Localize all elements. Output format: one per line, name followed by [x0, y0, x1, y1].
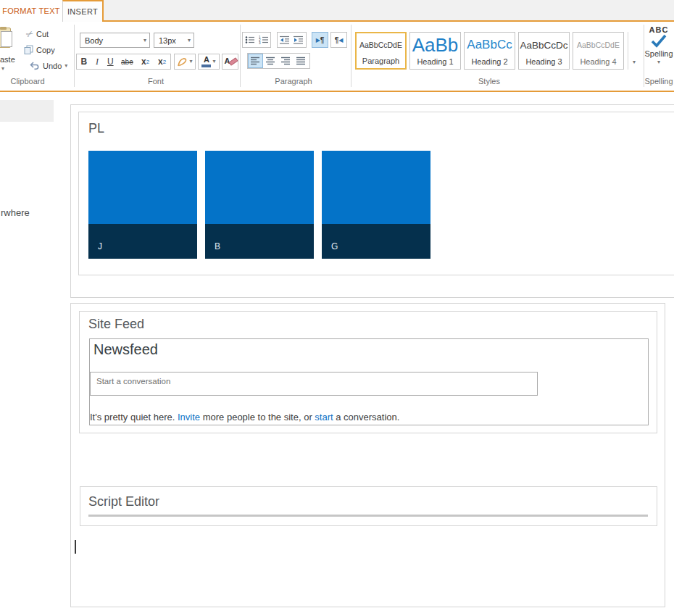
- style-preview: AaBb: [410, 33, 460, 57]
- spelling-button[interactable]: ABC Spelling ▾: [644, 25, 674, 65]
- paste-dropdown-arrow[interactable]: ▾: [1, 66, 4, 72]
- highlight-pen-icon: [177, 57, 188, 67]
- ribbon-bottom-border: [0, 91, 674, 92]
- font-family-combo[interactable]: Body ▾: [80, 33, 150, 48]
- numbered-list-button[interactable]: 1 2 3: [257, 33, 270, 47]
- highlight-dropdown-arrow: ▾: [189, 59, 192, 64]
- font-group-label: Font: [134, 77, 178, 86]
- spelling-group-label: Spelling: [641, 77, 674, 86]
- font-color-button[interactable]: A ▾: [198, 54, 220, 70]
- quiet-text: more people to the site, or: [200, 412, 315, 423]
- subscript-base: x: [141, 57, 146, 67]
- decrease-indent-button[interactable]: [278, 33, 292, 47]
- style-heading-2[interactable]: AaBbCc Heading 2: [464, 32, 515, 70]
- styles-group-label: Styles: [467, 77, 511, 86]
- style-label: Heading 4: [580, 57, 616, 69]
- decrease-indent-icon: [280, 36, 290, 44]
- justify-button[interactable]: [294, 54, 309, 68]
- left-nav-text-fragment[interactable]: rwhere: [1, 207, 30, 218]
- site-feed-title: Site Feed: [88, 317, 144, 332]
- align-right-button[interactable]: [278, 54, 294, 68]
- tab-insert[interactable]: INSERT: [62, 0, 104, 22]
- style-label: Heading 1: [417, 57, 453, 69]
- group-divider: [240, 25, 241, 87]
- subscript-button[interactable]: x2: [137, 54, 154, 69]
- strikethrough-button[interactable]: abe: [117, 54, 137, 69]
- paste-button[interactable]: [0, 28, 11, 51]
- clear-format-button[interactable]: A: [222, 54, 238, 70]
- tab-strip-background: [104, 0, 674, 22]
- tile-image-area: [322, 151, 430, 224]
- cut-scissors-icon: ✂: [24, 28, 36, 40]
- style-paragraph[interactable]: AaBbCcDdE Paragraph: [355, 32, 407, 70]
- bullet-list-button[interactable]: [243, 33, 257, 47]
- promoted-tile[interactable]: G: [322, 151, 430, 259]
- tile-caption-area: J: [88, 224, 197, 259]
- tab-format-text[interactable]: FORMAT TEXT: [0, 0, 62, 22]
- spelling-abc-text: ABC: [649, 25, 669, 34]
- subscript-mark: 2: [146, 59, 149, 65]
- quiet-text: a conversation.: [333, 412, 400, 423]
- align-right-icon: [281, 57, 291, 65]
- paste-button-label[interactable]: aste: [0, 55, 15, 64]
- tile-label: J: [98, 241, 102, 251]
- undo-dropdown-arrow[interactable]: ▾: [65, 63, 67, 69]
- spelling-button-label: Spelling: [644, 49, 673, 58]
- justify-icon: [296, 57, 306, 65]
- svg-text:3: 3: [259, 41, 261, 44]
- rtl-direction-button[interactable]: ¶◀: [330, 32, 347, 48]
- conversation-input-wrap: [90, 372, 538, 396]
- increase-indent-button[interactable]: [292, 33, 307, 47]
- group-divider: [74, 25, 75, 87]
- text-cursor: [75, 540, 76, 554]
- styles-more-arrow: ▾: [633, 59, 636, 65]
- tile-image-area: [88, 151, 197, 224]
- undo-label: Undo: [43, 62, 62, 70]
- spelling-check-icon: [650, 34, 667, 48]
- style-heading-1[interactable]: AaBb Heading 1: [409, 32, 461, 70]
- bold-button[interactable]: B: [77, 54, 91, 69]
- spelling-dropdown-arrow: ▾: [657, 59, 660, 65]
- conversation-input[interactable]: [90, 372, 538, 396]
- tile-label: B: [215, 241, 220, 251]
- invite-link[interactable]: Invite: [178, 412, 200, 423]
- font-color-icon: A: [201, 56, 211, 67]
- underline-button[interactable]: U: [103, 54, 117, 69]
- bullet-list-icon: [245, 36, 255, 44]
- script-editor-webpart[interactable]: [80, 486, 657, 526]
- tile-caption-area: B: [205, 224, 314, 259]
- tile-image-area: [205, 151, 314, 224]
- tile-label: G: [331, 241, 338, 251]
- copy-label: Copy: [36, 46, 55, 54]
- align-left-icon: [251, 57, 260, 65]
- script-editor-divider: [88, 515, 648, 517]
- styles-gallery-more-button[interactable]: ▾: [628, 32, 640, 70]
- highlight-color-button[interactable]: ▾: [174, 54, 196, 70]
- copy-button[interactable]: Copy: [24, 45, 55, 54]
- style-heading-3[interactable]: AaBbCcDc Heading 3: [518, 32, 570, 70]
- cut-button[interactable]: ✂ Cut: [26, 29, 49, 39]
- style-preview: AaBbCcDdE: [357, 33, 405, 57]
- ltr-direction-button[interactable]: ▶¶: [312, 32, 328, 48]
- italic-button[interactable]: I: [91, 54, 104, 69]
- promoted-tile[interactable]: J: [88, 151, 197, 259]
- paragraph-group-label: Paragraph: [272, 77, 315, 86]
- newsfeed-title: Newsfeed: [93, 341, 158, 358]
- font-size-arrow: ▾: [188, 38, 191, 43]
- cut-label: Cut: [36, 30, 49, 38]
- align-center-button[interactable]: [263, 54, 278, 68]
- superscript-button[interactable]: x2: [154, 54, 170, 69]
- increase-indent-icon: [294, 36, 304, 44]
- font-size-combo[interactable]: 13px ▾: [154, 33, 194, 48]
- undo-icon: [30, 62, 40, 70]
- start-conversation-link[interactable]: start: [315, 412, 333, 423]
- script-editor-title: Script Editor: [88, 494, 159, 509]
- style-heading-4[interactable]: AaBbCcDdE Heading 4: [573, 32, 624, 70]
- quiet-text: It's pretty quiet here.: [90, 412, 178, 423]
- clear-format-icon: A: [225, 57, 236, 67]
- clipboard-group-label: Clipboard: [6, 77, 49, 86]
- style-preview: AaBbCc: [465, 33, 515, 57]
- undo-button[interactable]: Undo ▾: [30, 62, 67, 70]
- align-left-button[interactable]: [248, 54, 263, 68]
- promoted-tile[interactable]: B: [205, 151, 314, 259]
